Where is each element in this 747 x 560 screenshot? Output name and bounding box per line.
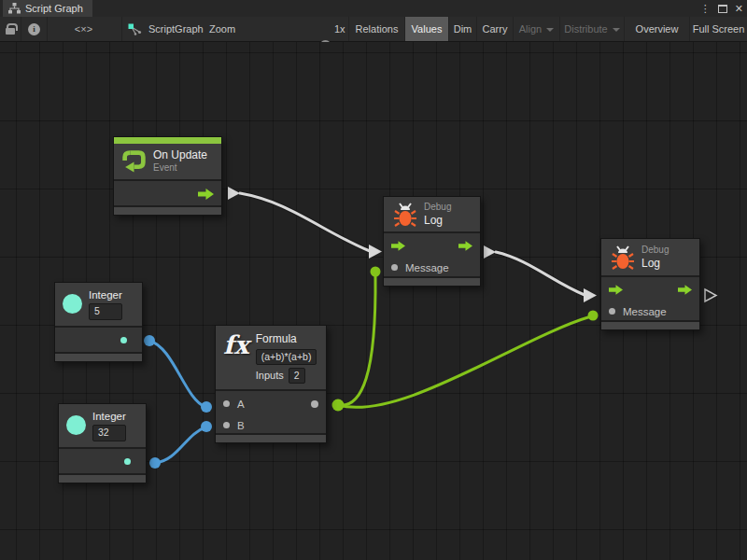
formula-expression-field[interactable]: (a+b)*(a+b)	[256, 349, 317, 365]
node-integer-5[interactable]: Integer 5	[54, 282, 143, 362]
port-label-message: Message	[405, 262, 449, 273]
message-input-port[interactable]	[609, 308, 615, 315]
node-subtitle: Debug	[641, 245, 669, 257]
chevron-down-icon	[613, 28, 620, 32]
node-integer-32[interactable]: Integer 32	[58, 403, 147, 483]
toolbar-button-fullscreen[interactable]: Full Screen	[689, 17, 747, 41]
integer-value-field[interactable]: 32	[92, 425, 126, 441]
value-output-port[interactable]	[120, 337, 127, 343]
toolbar-button-values[interactable]: Values	[404, 17, 448, 41]
chevron-down-icon	[546, 28, 554, 32]
input-port-b[interactable]	[223, 422, 230, 428]
toolbar-button-carry[interactable]: Carry	[476, 17, 513, 41]
node-on-update[interactable]: On Update Event	[113, 136, 222, 216]
graph-name: ScriptGraph	[148, 23, 204, 35]
info-icon: i	[28, 23, 40, 35]
info-button[interactable]: i	[21, 17, 47, 41]
close-icon[interactable]: ✕	[735, 3, 743, 15]
zoom-value: 1x	[334, 17, 345, 41]
code-toggle-button[interactable]: <×>	[47, 17, 120, 41]
node-title: Formula	[256, 332, 317, 346]
port-label-message: Message	[623, 306, 667, 317]
port-label-b: B	[237, 420, 245, 431]
node-subtitle: Debug	[424, 202, 451, 214]
lock-button[interactable]	[0, 17, 21, 41]
button-label: Values	[412, 23, 443, 35]
value-output-port[interactable]	[124, 458, 131, 465]
button-label: Carry	[483, 23, 508, 35]
node-subtitle: Event	[153, 162, 207, 175]
formula-fx-icon: fx	[223, 332, 249, 357]
flow-output-port[interactable]	[458, 241, 472, 251]
message-input-port[interactable]	[391, 264, 398, 271]
graph-toolbar: i <×> ScriptGraph Zoom 1x Relations Valu…	[0, 17, 747, 42]
zoom-label: Zoom	[209, 17, 235, 41]
button-label: Dim	[454, 23, 472, 35]
tab-title: Script Graph	[25, 3, 83, 14]
update-loop-icon	[121, 149, 147, 173]
bug-icon	[611, 245, 635, 271]
inputs-label: Inputs	[256, 370, 284, 383]
node-title: On Update	[153, 148, 207, 162]
tab-script-graph[interactable]: Script Graph	[3, 0, 92, 17]
toolbar-button-align[interactable]: Align	[513, 17, 559, 41]
toolbar-button-dim[interactable]: Dim	[448, 17, 476, 41]
node-title: Log	[424, 214, 451, 228]
value-output-port[interactable]	[311, 400, 318, 408]
code-toggle-label: <×>	[75, 23, 92, 35]
button-label: Overview	[636, 23, 679, 35]
flow-input-port[interactable]	[609, 285, 623, 295]
node-title: Log	[641, 257, 669, 271]
node-debug-log-2[interactable]: Debug Log Message	[600, 238, 700, 330]
input-port-a[interactable]	[223, 400, 230, 407]
button-label: Full Screen	[693, 23, 745, 35]
toolbar-button-distribute[interactable]: Distribute	[559, 17, 624, 41]
button-label: Relations	[356, 23, 399, 35]
inputs-count-field[interactable]: 2	[289, 368, 305, 384]
node-title: Integer	[92, 410, 126, 423]
lock-icon	[6, 28, 15, 35]
integer-value-field[interactable]: 5	[89, 303, 122, 319]
button-label: Align	[519, 23, 542, 35]
integer-icon	[66, 415, 86, 435]
toolbar-button-overview[interactable]: Overview	[624, 17, 689, 41]
maximize-icon[interactable]	[718, 5, 727, 13]
event-accent-bar	[114, 137, 221, 144]
integer-icon	[63, 294, 82, 314]
node-formula[interactable]: fx Formula (a+b)*(a+b) Inputs 2 A B	[215, 325, 327, 443]
flow-output-port[interactable]	[198, 189, 214, 200]
graph-hierarchy-icon	[8, 3, 21, 14]
node-title: Integer	[89, 288, 122, 301]
flow-input-port[interactable]	[391, 241, 405, 251]
script-graph-icon	[128, 23, 143, 35]
graph-breadcrumb[interactable]: ScriptGraph	[121, 17, 204, 41]
button-label: Distribute	[564, 23, 607, 35]
port-label-a: A	[237, 399, 245, 410]
bug-icon	[393, 202, 417, 228]
window-menu-icon[interactable]: ⋮	[700, 3, 711, 15]
toolbar-button-relations[interactable]: Relations	[348, 17, 404, 41]
node-debug-log-1[interactable]: Debug Log Message	[383, 196, 481, 287]
flow-output-port[interactable]	[678, 285, 692, 295]
tab-bar: Script Graph ⋮ ✕	[0, 0, 747, 17]
window-controls: ⋮ ✕	[700, 0, 743, 17]
script-graph-window: Script Graph ⋮ ✕ i <×> ScriptGraph Zo	[0, 0, 747, 560]
